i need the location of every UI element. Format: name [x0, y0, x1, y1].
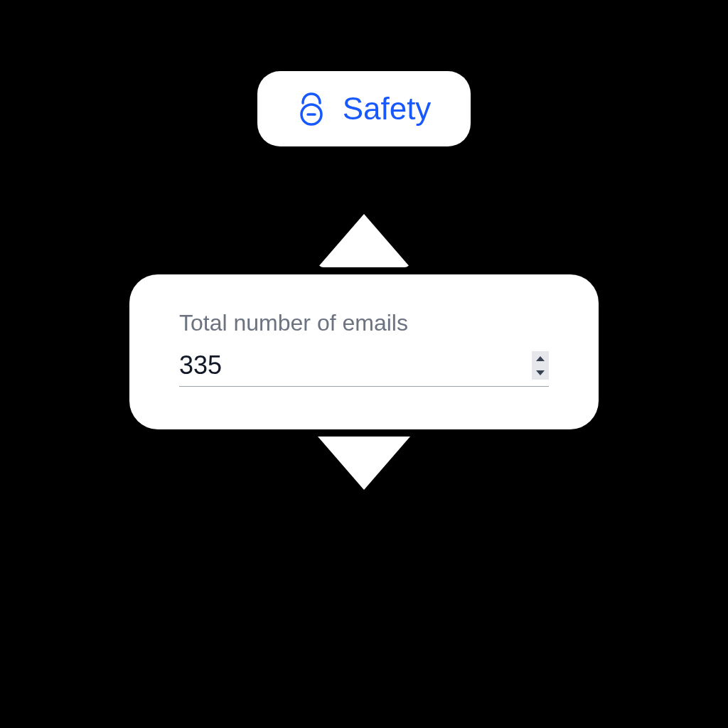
email-count-card: Total number of emails [129, 274, 599, 429]
email-count-input[interactable] [179, 350, 532, 380]
stepper-down-button[interactable] [532, 365, 549, 380]
quantity-stepper [532, 351, 549, 380]
chevron-up-icon [536, 356, 545, 361]
input-row [179, 350, 549, 387]
increment-arrow-icon[interactable] [318, 214, 410, 267]
safety-pill[interactable]: Safety [257, 71, 471, 146]
decrement-arrow-icon[interactable] [318, 437, 410, 490]
stepper-up-button[interactable] [532, 351, 549, 365]
chevron-down-icon [536, 370, 545, 375]
unlock-icon [297, 92, 326, 126]
safety-label: Safety [343, 91, 432, 127]
field-label: Total number of emails [179, 310, 549, 336]
